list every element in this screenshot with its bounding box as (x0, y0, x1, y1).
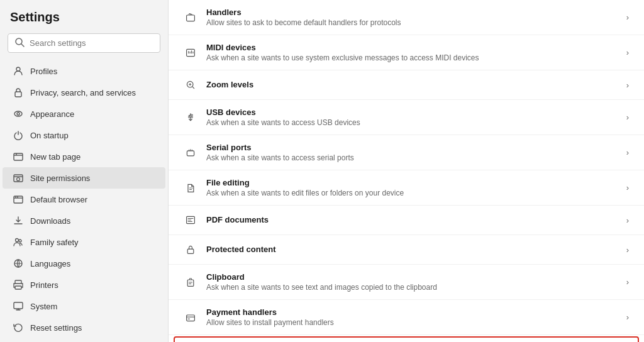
paymenthandlers-desc: Allow sites to install payment handlers (206, 318, 621, 327)
svg-point-2 (16, 67, 20, 71)
sidebar-label-privacy: Privacy, search, and services (30, 88, 136, 97)
sidebar-label-familysafety: Family safety (30, 238, 79, 247)
sidebar-item-profiles[interactable]: Profiles (3, 60, 165, 82)
settings-row-zoomlevels[interactable]: Zoom levels› (169, 70, 644, 100)
handlers-title: Handlers (206, 8, 621, 17)
settings-row-serialports[interactable]: Serial portsAsk when a site wants to acc… (169, 135, 644, 170)
settings-row-protectedcontent[interactable]: Protected content› (169, 235, 644, 265)
search-icon (14, 37, 25, 49)
svg-point-11 (19, 240, 21, 242)
sidebar-label-sitepermissions: Site permissions (30, 174, 90, 183)
midi-chevron: › (626, 48, 629, 57)
language-icon (13, 258, 24, 269)
sidebar-item-appearance[interactable]: Appearance (3, 103, 165, 124)
sidebar-item-privacy[interactable]: Privacy, search, and services (3, 82, 165, 103)
sidebar-item-newtab[interactable]: New tab page (3, 146, 165, 167)
paymenthandlers-icon (184, 311, 197, 324)
protectedcontent-icon (184, 243, 197, 256)
svg-point-8 (17, 178, 20, 181)
svg-rect-9 (14, 196, 23, 203)
clipboard-icon (184, 275, 197, 289)
settings-row-paymenthandlers[interactable]: Payment handlersAllow sites to install p… (169, 300, 644, 335)
settings-row-fileediting[interactable]: File editingAsk when a site wants to edi… (169, 170, 644, 206)
search-box[interactable] (8, 33, 160, 53)
pdfdocuments-title: PDF documents (206, 215, 621, 224)
serialports-icon (184, 146, 197, 160)
pdfdocuments-icon (184, 213, 197, 227)
sidebar-label-system: System (30, 302, 57, 311)
system-icon (13, 301, 24, 312)
usbdevices-chevron: › (626, 113, 629, 122)
sidebar-item-resetsettings[interactable]: Reset settings (3, 317, 165, 338)
serialports-chevron: › (626, 148, 629, 157)
clipboard-chevron: › (626, 277, 629, 287)
pdfdocuments-chevron: › (626, 216, 629, 225)
settings-row-pdfdocuments[interactable]: PDF documents› (169, 206, 644, 235)
sidebar-item-languages[interactable]: Languages (3, 253, 165, 274)
handlers-icon (184, 11, 197, 25)
family-icon (13, 236, 24, 248)
fileediting-icon (184, 181, 197, 195)
clipboard-desc: Ask when a site wants to see text and im… (206, 283, 621, 292)
sidebar-item-defaultbrowser[interactable]: Default browser (3, 189, 165, 210)
sidebar-item-sitepermissions[interactable]: Site permissions (3, 167, 165, 189)
svg-point-5 (17, 113, 19, 115)
sidebar-item-system[interactable]: System (3, 295, 165, 317)
settings-row-handlers[interactable]: HandlersAllow sites to ask to become def… (169, 0, 644, 35)
zoomlevels-icon (184, 78, 197, 92)
settings-row-usbdevices[interactable]: USB devicesAsk when a site wants to acce… (169, 100, 644, 135)
sidebar-item-printers[interactable]: Printers (3, 274, 165, 295)
sidebar-label-appearance: Appearance (30, 109, 74, 119)
sidebar: Settings ProfilesPrivacy, search, and se… (0, 0, 169, 342)
handlers-chevron: › (626, 13, 629, 22)
sidebar-label-defaultbrowser: Default browser (30, 195, 87, 204)
sidebar-item-phonedevices[interactable]: Phone and other devices (3, 338, 165, 342)
sidebar-title: Settings (0, 10, 168, 33)
sidebar-label-onstartup: On startup (30, 131, 69, 140)
power-icon (13, 130, 24, 141)
settings-row-mediaautoplay[interactable]: Media autoplay› (174, 336, 639, 342)
eye-icon (13, 108, 24, 119)
siteperm-icon (13, 172, 24, 184)
fileediting-title: File editing (206, 178, 621, 187)
sidebar-label-printers: Printers (30, 280, 58, 290)
svg-rect-3 (15, 92, 21, 97)
svg-rect-25 (187, 315, 195, 321)
usbdevices-title: USB devices (206, 108, 621, 117)
sidebar-item-familysafety[interactable]: Family safety (3, 231, 165, 253)
sidebar-item-downloads[interactable]: Downloads (3, 210, 165, 231)
fileediting-chevron: › (626, 183, 629, 192)
svg-rect-18 (187, 15, 195, 21)
download-icon (13, 215, 24, 226)
handlers-desc: Allow sites to ask to become default han… (206, 18, 621, 27)
fileediting-desc: Ask when a site wants to edit files or f… (206, 189, 621, 197)
clipboard-title: Clipboard (206, 272, 621, 282)
newtab-icon (13, 151, 24, 162)
settings-row-clipboard[interactable]: ClipboardAsk when a site wants to see te… (169, 265, 644, 300)
search-input[interactable] (30, 38, 153, 48)
usbdevices-desc: Ask when a site wants to access USB devi… (206, 118, 621, 127)
paymenthandlers-title: Payment handlers (206, 307, 621, 317)
sidebar-item-onstartup[interactable]: On startup (3, 124, 165, 146)
svg-rect-15 (14, 302, 23, 309)
svg-rect-6 (14, 153, 23, 160)
svg-rect-24 (187, 280, 194, 286)
reset-icon (13, 322, 24, 333)
lock-icon (13, 87, 24, 98)
protectedcontent-chevron: › (626, 245, 629, 255)
svg-point-10 (16, 239, 19, 242)
svg-rect-23 (187, 249, 194, 253)
sidebar-label-profiles: Profiles (30, 67, 57, 76)
protectedcontent-title: Protected content (206, 245, 621, 254)
paymenthandlers-chevron: › (626, 312, 629, 322)
settings-row-midi[interactable]: MIDI devicesAsk when a site wants to use… (169, 35, 644, 70)
svg-line-1 (21, 44, 24, 47)
sidebar-label-downloads: Downloads (30, 216, 70, 226)
sidebar-label-newtab: New tab page (30, 152, 80, 162)
midi-icon (184, 46, 197, 60)
midi-title: MIDI devices (206, 43, 621, 52)
sidebar-label-resetsettings: Reset settings (30, 323, 82, 333)
serialports-desc: Ask when a site wants to access serial p… (206, 153, 621, 162)
svg-rect-21 (187, 150, 194, 155)
svg-rect-14 (15, 286, 21, 289)
